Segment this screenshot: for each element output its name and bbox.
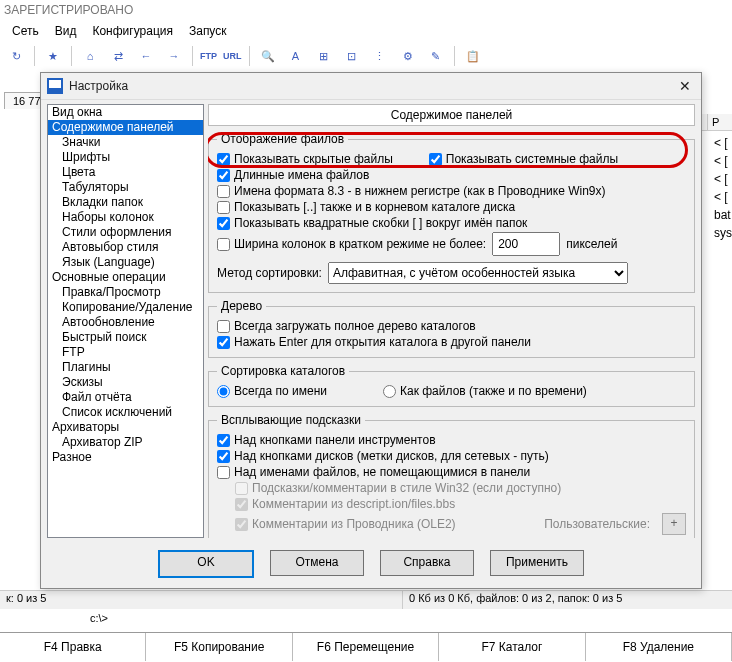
legend-hints: Всплывающие подсказки [217,413,365,427]
tb-ftp-icon[interactable]: FTP [199,44,218,68]
chk-filehints-label: Над именами файлов, не помещающимися в п… [234,465,530,479]
col-r[interactable]: Р [708,114,732,130]
tb-edit-icon[interactable]: ✎ [424,44,448,68]
tree-item[interactable]: Значки [48,135,203,150]
tree-item[interactable]: Автовыбор стиля [48,240,203,255]
tree-item[interactable]: Архиваторы [48,420,203,435]
tree-item[interactable]: Вид окна [48,105,203,120]
tree-item[interactable]: Шрифты [48,150,203,165]
tb-sep [249,46,250,66]
f5-button[interactable]: F5 Копирование [146,633,292,661]
tree-item[interactable]: Цвета [48,165,203,180]
chk-enter-label: Нажать Enter для открытия каталога в дру… [234,335,531,349]
tb-back-icon[interactable]: ← [134,44,158,68]
chk-drvhints[interactable] [217,450,230,463]
chk-longnames[interactable] [217,169,230,182]
colwidth-input[interactable] [492,232,560,256]
chk-enter[interactable] [217,336,230,349]
menu-view[interactable]: Вид [47,22,85,42]
list-row[interactable]: < [ [714,134,732,152]
f7-button[interactable]: F7 Каталог [439,633,585,661]
colwidth-suffix: пикселей [566,237,617,251]
f6-button[interactable]: F6 Перемещение [293,633,439,661]
tree-item[interactable]: Правка/Просмотр [48,285,203,300]
tree-item[interactable]: Файл отчёта [48,390,203,405]
chk-brackets-label: Показывать квадратные скобки [ ] вокруг … [234,216,527,230]
toolbar: ↻ ★ ⌂ ⇄ ← → FTP URL 🔍 A ⊞ ⊡ ⋮ ⚙ ✎ 📋 [0,42,732,70]
tb-url-icon[interactable]: URL [222,44,243,68]
tb-fwd-icon[interactable]: → [162,44,186,68]
tree-item[interactable]: Список исключений [48,405,203,420]
tree-item[interactable]: Быстрый поиск [48,330,203,345]
chk-dotdot[interactable] [217,201,230,214]
tb-refresh-icon[interactable]: ↻ [4,44,28,68]
tree-item[interactable]: FTP [48,345,203,360]
tree-item[interactable]: Содержимое панелей [48,120,203,135]
settings-tree[interactable]: Вид окнаСодержимое панелейЗначкиШрифтыЦв… [47,104,204,538]
tb-view2-icon[interactable]: ⊡ [340,44,364,68]
chk-83[interactable] [217,185,230,198]
tb-sep [34,46,35,66]
tree-item[interactable]: Наборы колонок [48,210,203,225]
chk-fulltree[interactable] [217,320,230,333]
legend-files: Отображение файлов [217,132,348,146]
chk-win32-label: Подсказки/комментарии в стиле Win32 (есл… [252,481,561,495]
tree-item[interactable]: Стили оформления [48,225,203,240]
menu-run[interactable]: Запуск [181,22,235,42]
path-value[interactable]: c:\> [90,612,108,624]
chk-hidden[interactable] [217,153,230,166]
tb-clip-icon[interactable]: 📋 [461,44,485,68]
list-row[interactable]: < [ [714,188,732,206]
chk-83-label: Имена формата 8.3 - в нижнем регистре (к… [234,184,606,198]
rad-asfiles[interactable] [383,385,396,398]
chk-tbhints-label: Над кнопками панели инструментов [234,433,436,447]
menu-config[interactable]: Конфигурация [84,22,181,42]
tree-item[interactable]: Вкладки папок [48,195,203,210]
tree-item[interactable]: Копирование/Удаление [48,300,203,315]
list-row[interactable]: sys [714,224,732,242]
user-hints-button[interactable]: + [662,513,686,535]
list-row[interactable]: < [ [714,170,732,188]
tree-item[interactable]: Разное [48,450,203,465]
tree-item[interactable]: Язык (Language) [48,255,203,270]
chk-system-label: Показывать системные файлы [446,152,618,166]
rad-byname[interactable] [217,385,230,398]
chk-colwidth[interactable] [217,238,230,251]
f4-button[interactable]: F4 Правка [0,633,146,661]
tree-item[interactable]: Архиватор ZIP [48,435,203,450]
tb-view3-icon[interactable]: ⋮ [368,44,392,68]
chk-brackets[interactable] [217,217,230,230]
cancel-button[interactable]: Отмена [270,550,364,576]
tree-item[interactable]: Плагины [48,360,203,375]
path-bar: c:\> [0,608,732,628]
close-button[interactable]: ✕ [675,78,695,94]
ok-button[interactable]: OK [158,550,254,578]
chk-tbhints[interactable] [217,434,230,447]
group-dirsort: Сортировка каталогов Всегда по имени Как… [208,364,695,407]
list-row[interactable]: bat [714,206,732,224]
sort-select[interactable]: Алфавитная, с учётом особенностей языка [328,262,628,284]
chk-filehints[interactable] [217,466,230,479]
tb-search-icon[interactable]: 🔍 [256,44,280,68]
list-row[interactable]: < [ [714,152,732,170]
apply-button[interactable]: Применить [490,550,584,576]
chk-win32 [235,482,248,495]
tree-item[interactable]: Автообновление [48,315,203,330]
tb-view1-icon[interactable]: ⊞ [312,44,336,68]
tree-item[interactable]: Эскизы [48,375,203,390]
help-button[interactable]: Справка [380,550,474,576]
f8-button[interactable]: F8 Удаление [586,633,732,661]
chk-hidden-label: Показывать скрытые файлы [234,152,393,166]
tb-star-icon[interactable]: ★ [41,44,65,68]
tree-item[interactable]: Основные операции [48,270,203,285]
tb-swap-icon[interactable]: ⇄ [106,44,130,68]
tb-home-icon[interactable]: ⌂ [78,44,102,68]
legend-dirsort: Сортировка каталогов [217,364,349,378]
rad-byname-label: Всегда по имени [234,384,327,398]
menu-net[interactable]: Сеть [4,22,47,42]
tree-item[interactable]: Табуляторы [48,180,203,195]
chk-system[interactable] [429,153,442,166]
tb-rename-icon[interactable]: A [284,44,308,68]
tb-settings-icon[interactable]: ⚙ [396,44,420,68]
sort-label: Метод сортировки: [217,266,322,280]
